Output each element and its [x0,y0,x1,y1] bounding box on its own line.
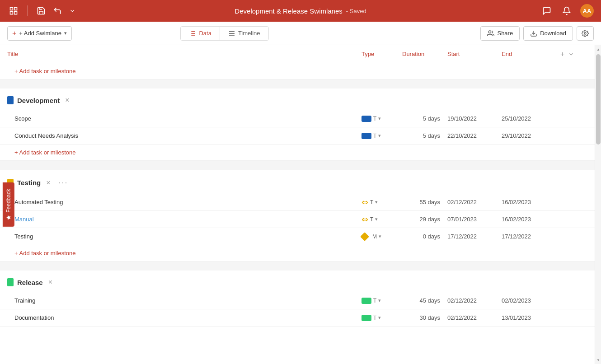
type-chevron-manual[interactable]: ▾ [375,216,378,222]
svg-point-15 [584,33,586,34]
saved-status: - Saved [346,8,366,14]
bell-icon[interactable] [560,5,573,17]
svg-marker-16 [6,215,11,220]
release-color-block [7,278,14,286]
section-release: Release × Training T ▾ 45 days 02/12/202… [0,271,595,327]
col-header-duration: Duration [402,51,447,57]
tab-data[interactable]: Data [181,27,220,40]
development-color-block [7,96,14,104]
type-chevron-scope[interactable]: ▾ [378,116,381,121]
section-title-release: Release [17,279,43,286]
section-header-development: Development × [0,89,595,110]
diamond-icon [360,232,369,241]
row-end-automated: 16/02/2023 [502,199,556,205]
row-type-testing-item: M ▾ [362,233,402,240]
row-type-documentation: T ▾ [362,315,402,321]
testing-more-button[interactable]: ··· [56,177,71,188]
table-row: Conduct Needs Analysis T ▾ 5 days 22/10/… [0,127,595,145]
row-duration-manual: 29 days [402,216,447,223]
release-close-button[interactable]: × [47,278,54,287]
table-container[interactable]: Title Type Duration Start End + + Add ta… [0,45,595,364]
type-chevron-automated[interactable]: ▾ [375,199,378,205]
row-title-manual[interactable]: Manual [0,216,362,223]
section-testing: Testing × ··· Automated Testing ⇔ T ▾ 55… [0,170,595,261]
row-type-cna: T ▾ [362,133,402,139]
row-type-scope: T ▾ [362,116,402,122]
table-row: Documentation T ▾ 30 days 02/12/2022 13/… [0,309,595,327]
testing-close-button[interactable]: × [44,178,52,187]
type-chevron-cna[interactable]: ▾ [378,133,381,139]
vertical-scrollbar[interactable]: ▲ ▼ [595,45,601,364]
separator-2 [0,161,595,170]
avatar[interactable]: AA [580,4,594,18]
add-task-row-development: + Add task or milestone [0,145,595,161]
add-task-button-development[interactable]: + Add task or milestone [14,149,76,156]
main-content: Title Type Duration Start End + + Add ta… [0,45,601,364]
row-title-automated: Automated Testing [0,199,362,205]
row-type-automated: ⇔ T ▾ [362,197,402,207]
toolbar-right-actions: Share Download [480,26,594,41]
row-end-scope: 25/10/2022 [502,115,556,122]
add-task-row-testing: + Add task or milestone [0,245,595,261]
top-bar-right: AA [540,4,594,18]
secondary-toolbar: + + Add Swimlane ▾ Data Timeline Share D… [0,22,601,45]
download-button[interactable]: Download [523,26,573,41]
row-start-manual: 07/01/2023 [447,216,502,223]
row-end-manual: 16/02/2023 [502,216,556,223]
separator-3 [0,261,595,271]
tab-timeline[interactable]: Timeline [220,27,268,40]
row-duration-cna: 5 days [402,132,447,139]
svg-rect-0 [10,8,13,10]
add-swimlane-button[interactable]: + + Add Swimlane ▾ [7,26,72,41]
row-duration-documentation: 30 days [402,314,447,321]
section-header-testing: Testing × ··· [0,170,595,194]
add-task-button-top[interactable]: + Add task or milestone [14,68,76,75]
row-end-documentation: 13/01/2023 [502,314,556,321]
add-task-button-testing[interactable]: + Add task or milestone [14,250,76,257]
col-header-title: Title [0,51,362,57]
section-development: Development × Scope T ▾ 5 days 19/10/202… [0,89,595,161]
svg-rect-2 [10,12,13,14]
top-bar-left [7,5,77,17]
type-chevron-training[interactable]: ▾ [378,298,381,303]
comment-icon[interactable] [540,5,553,17]
section-header-release: Release × [0,271,595,292]
row-title-cna: Conduct Needs Analysis [0,132,362,139]
section-title-testing: Testing [17,179,41,187]
undo-icon[interactable] [51,5,64,17]
type-chevron-documentation[interactable]: ▾ [378,315,381,321]
col-header-actions: + [556,49,583,59]
col-header-end: End [502,51,556,57]
column-options-button[interactable] [567,50,575,58]
row-duration-scope: 5 days [402,115,447,122]
row-duration-automated: 55 days [402,199,447,205]
scrollbar-arrow-down[interactable]: ▼ [596,358,601,362]
row-title-scope: Scope [0,115,362,122]
scrollbar-thumb[interactable] [596,54,601,145]
development-close-button[interactable]: × [63,96,71,105]
row-duration-testing-item: 0 days [402,233,447,240]
section-title-development: Development [17,97,60,104]
save-icon[interactable] [35,5,47,17]
row-start-scope: 19/10/2022 [447,115,502,122]
add-column-button[interactable]: + [559,49,565,59]
scrollbar-arrow-up[interactable]: ▲ [596,47,601,51]
top-bar: Development & Release Swimlanes - Saved … [0,0,601,22]
page-title: Development & Release Swimlanes [235,7,342,15]
row-type-training: T ▾ [362,298,402,304]
add-task-row-top: + Add task or milestone [0,63,595,79]
undo-chevron-icon[interactable] [67,6,77,16]
separator-1 [0,79,595,89]
row-start-cna: 22/10/2022 [447,132,502,139]
row-type-manual: ⇔ T ▾ [362,215,402,224]
row-title-documentation: Documentation [0,314,362,321]
row-end-testing-item: 17/12/2022 [502,233,556,240]
table-row: Testing M ▾ 0 days 17/12/2022 17/12/2022 [0,228,595,245]
row-start-testing-item: 17/12/2022 [447,233,502,240]
settings-button[interactable] [577,26,594,41]
feedback-tab[interactable]: Feedback [3,182,14,227]
share-button[interactable]: Share [480,26,520,41]
type-chevron-testing-item[interactable]: ▾ [379,233,381,239]
col-header-type: Type [362,51,402,57]
home-icon[interactable] [7,5,20,17]
